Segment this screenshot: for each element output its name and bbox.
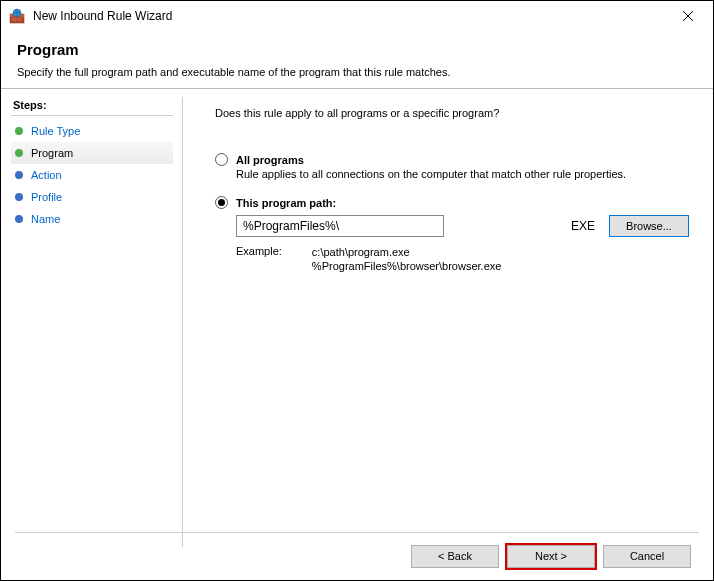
svg-rect-5 [12, 18, 16, 21]
close-button[interactable] [665, 1, 711, 31]
program-path-input[interactable] [236, 215, 444, 237]
example-line-2: %ProgramFiles%\browser\browser.exe [312, 260, 502, 272]
svg-rect-6 [17, 18, 21, 21]
browse-button[interactable]: Browse... [609, 215, 689, 237]
back-button[interactable]: < Back [411, 545, 499, 568]
window-title: New Inbound Rule Wizard [33, 9, 665, 23]
option-all-programs: All programs Rule applies to all connect… [215, 153, 689, 180]
next-button[interactable]: Next > [507, 545, 595, 568]
example-label: Example: [236, 245, 282, 273]
bullet-icon [15, 127, 23, 135]
all-programs-label: All programs [236, 154, 304, 166]
cancel-button[interactable]: Cancel [603, 545, 691, 568]
step-profile[interactable]: Profile [11, 186, 173, 208]
page-header: Program Specify the full program path an… [1, 31, 713, 86]
example-block: Example: c:\path\program.exe %ProgramFil… [236, 245, 689, 273]
ext-hint: EXE [571, 215, 595, 237]
bullet-icon [15, 193, 23, 201]
wizard-footer: < Back Next > Cancel [1, 532, 713, 580]
step-name[interactable]: Name [11, 208, 173, 230]
all-programs-desc: Rule applies to all connections on the c… [236, 168, 689, 180]
page-description: Specify the full program path and execut… [17, 66, 697, 78]
this-program-label: This program path: [236, 197, 336, 209]
main-content: Does this rule apply to all programs or … [183, 89, 713, 547]
example-line-1: c:\path\program.exe [312, 246, 410, 258]
bullet-icon [15, 215, 23, 223]
step-program[interactable]: Program [11, 142, 173, 164]
page-title: Program [17, 41, 697, 58]
steps-sidebar: Steps: Rule Type Program Action Profile … [1, 89, 183, 547]
option-this-program: This program path: EXE Browse... Example… [215, 196, 689, 273]
steps-heading: Steps: [11, 97, 173, 116]
close-icon [683, 11, 693, 21]
radio-this-program[interactable] [215, 196, 228, 209]
firewall-icon [9, 8, 25, 24]
title-bar: New Inbound Rule Wizard [1, 1, 713, 31]
bullet-icon [15, 171, 23, 179]
step-action[interactable]: Action [11, 164, 173, 186]
step-rule-type[interactable]: Rule Type [11, 120, 173, 142]
radio-all-programs[interactable] [215, 153, 228, 166]
question-text: Does this rule apply to all programs or … [215, 107, 689, 119]
bullet-icon [15, 149, 23, 157]
